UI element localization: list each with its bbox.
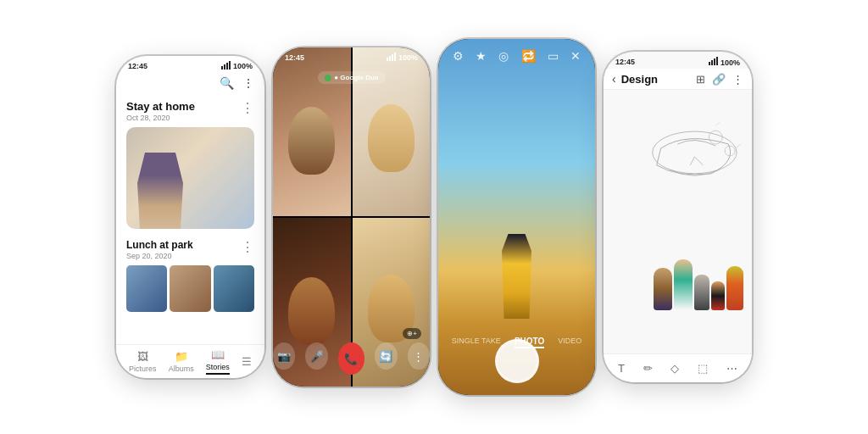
settings-icon[interactable]: ⚙ [453, 49, 464, 63]
avatar-3 [694, 275, 709, 310]
overflow-icon[interactable]: ⋮ [732, 73, 743, 86]
mute-button[interactable]: 🎤 [305, 342, 327, 370]
phone-camera: ⚙ ★ ◎ 🔁 ▭ ✕ SINGLE TAKE PHOTO VIDEO [438, 39, 595, 395]
time-1: 12:45 [128, 62, 147, 70]
avatar-4 [711, 281, 725, 310]
note-title: Design [621, 73, 696, 86]
menu-icon: ☰ [242, 355, 252, 368]
avatars-group [610, 209, 745, 310]
duo-label: ● Google Duo [334, 74, 378, 81]
album-section-1: Stay at home Oct 28, 2020 ⋮ [116, 93, 264, 124]
lens-icon[interactable]: ◎ [498, 49, 509, 63]
google-duo-badge: ● Google Duo [317, 71, 385, 84]
bottom-nav-1: 🖼 Pictures 📁 Albums 📖 Stories ☰ [116, 344, 264, 378]
back-button[interactable]: ‹ [612, 72, 616, 86]
bottom-toolbar-4: T ✏ ◇ ⬚ ⋯ [604, 353, 752, 382]
phone-note: 12:45 100% ‹ Design ⊞ 🔗 ⋮ [604, 52, 752, 382]
thumb-2[interactable] [170, 265, 210, 312]
camera-view: ⚙ ★ ◎ 🔁 ▭ ✕ SINGLE TAKE PHOTO VIDEO [438, 39, 595, 395]
nav-menu[interactable]: ☰ [242, 355, 252, 368]
more-tools[interactable]: ⋯ [726, 362, 737, 375]
album-more-1[interactable]: ⋮ [241, 100, 254, 116]
camera-off-button[interactable]: 📷 [273, 342, 295, 370]
album-date-2: Sep 20, 2020 [126, 252, 193, 260]
more-controls-button[interactable]: ⋮ [408, 342, 430, 370]
stories-icon: 📖 [211, 348, 225, 361]
time-2: 12:45 [285, 53, 304, 62]
nav-label-stories: Stories [206, 363, 230, 371]
close-icon[interactable]: ✕ [570, 49, 581, 63]
shutter-area [438, 339, 595, 383]
signal-1 [221, 61, 231, 71]
call-controls: 📷 🎤 📞 🔄 ⋮ [273, 342, 430, 375]
aspect-icon[interactable]: ▭ [548, 49, 559, 63]
duo-active-dot [324, 75, 331, 81]
nav-label-albums: Albums [169, 364, 194, 373]
flash-icon[interactable]: ★ [476, 49, 487, 63]
battery-1: 100% [233, 62, 253, 70]
battery-4: 100% [721, 58, 740, 67]
svg-line-3 [715, 122, 720, 125]
add-participant-badge[interactable]: ⊕+ [403, 328, 421, 339]
thumbnail-row [126, 265, 254, 312]
battery-2: 100% [398, 53, 418, 62]
nav-albums[interactable]: 📁 Albums [169, 350, 194, 373]
albums-icon: 📁 [175, 350, 188, 363]
text-tool[interactable]: T [618, 362, 625, 375]
attach-icon[interactable]: 🔗 [712, 73, 726, 86]
status-bar-2: 12:45 100% [273, 47, 430, 64]
album-date-1: Oct 28, 2020 [126, 114, 195, 122]
header-icons: ⊞ 🔗 ⋮ [696, 73, 743, 86]
time-4: 12:45 [615, 58, 635, 66]
status-bar-4: 12:45 100% [604, 52, 752, 69]
toolbar-1: 🔍 ⋮ [116, 73, 264, 93]
search-icon[interactable]: 🔍 [220, 76, 234, 90]
sketch-area [610, 97, 745, 339]
add-badge-text: ⊕+ [407, 330, 417, 337]
svg-point-0 [653, 131, 737, 174]
status-bar-1: 12:45 100% [116, 56, 264, 73]
album-section-2: Lunch at park Sep 20, 2020 ⋮ [116, 232, 264, 262]
album-image-1 [126, 127, 254, 229]
album-title-2: Lunch at park [126, 239, 193, 251]
signal-2 [387, 53, 396, 63]
shutter-button[interactable] [495, 339, 539, 383]
nav-pictures[interactable]: 🖼 Pictures [129, 350, 157, 373]
pen-tool[interactable]: ✏ [643, 362, 653, 375]
pictures-icon: 🖼 [137, 350, 148, 363]
avatar-5 [726, 266, 743, 310]
thumb-3[interactable] [214, 265, 254, 312]
grid-icon[interactable]: ⊞ [696, 73, 705, 86]
flip-camera-button[interactable]: 🔄 [375, 342, 397, 370]
svg-point-1 [709, 131, 722, 144]
signal-4 [709, 57, 718, 65]
avatar-1 [654, 268, 672, 310]
nav-label-pictures: Pictures [129, 364, 157, 373]
phone-video-call: 12:45 100% ● Google Duo [273, 47, 430, 387]
camera-subject [496, 234, 538, 319]
more-icon[interactable]: ⋮ [242, 76, 254, 90]
album-title-1: Stay at home [126, 100, 195, 113]
phones-container: 12:45 100% 🔍 ⋮ Stay at home Oct 28, 2020… [0, 0, 868, 434]
phone-gallery: 12:45 100% 🔍 ⋮ Stay at home Oct 28, 2020… [116, 56, 264, 378]
svg-line-4 [735, 144, 741, 148]
flip-icon[interactable]: 🔁 [521, 49, 536, 63]
note-content [604, 90, 752, 346]
avatar-2 [674, 259, 693, 310]
camera-toolbar: ⚙ ★ ◎ 🔁 ▭ ✕ [438, 39, 595, 68]
thumb-1[interactable] [126, 265, 167, 312]
lasso-tool[interactable]: ⬚ [698, 362, 708, 375]
end-call-button[interactable]: 📞 [338, 342, 364, 375]
app-header-4: ‹ Design ⊞ 🔗 ⋮ [604, 69, 752, 90]
shape-tool[interactable]: ◇ [670, 362, 679, 375]
nav-stories[interactable]: 📖 Stories [206, 348, 230, 375]
album-more-2[interactable]: ⋮ [241, 239, 254, 255]
